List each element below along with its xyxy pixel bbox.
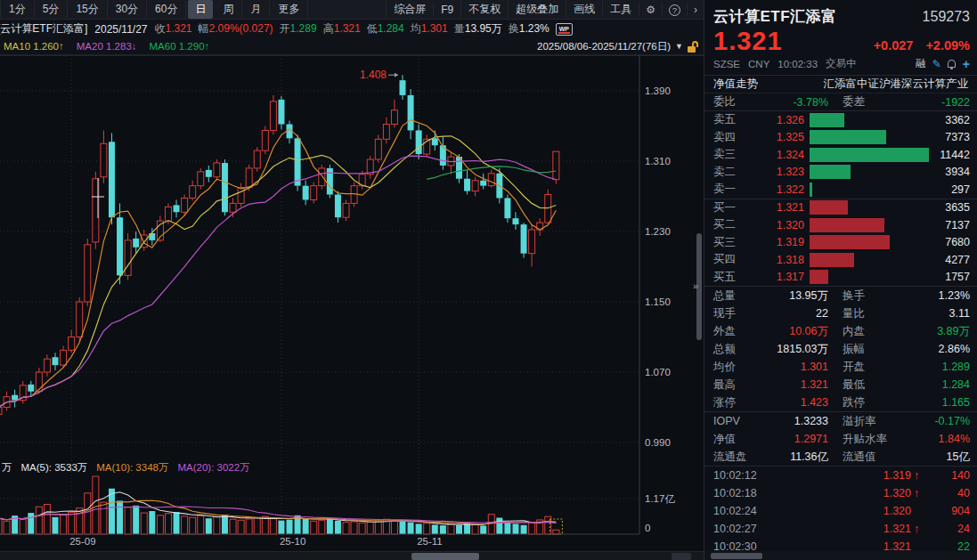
toolbar-action-综合屏[interactable]: 综合屏 <box>386 1 433 18</box>
toolbar-action-工具[interactable]: 工具 <box>602 1 639 18</box>
tab-nav-trend[interactable]: 净值走势 <box>713 77 758 92</box>
candlestick-chart[interactable]: 1.3901.3101.2301.1501.0700.9901.408 <box>0 55 704 460</box>
x-axis-label-25-09: 25-09 <box>69 536 95 547</box>
tick-time: 10:02:12 <box>713 469 772 482</box>
orderbook-volume-bar <box>810 235 890 249</box>
tab-period-60分[interactable]: 60分 <box>147 1 186 18</box>
quote-fields: 收1.321幅2.09%(0.027)开1.289高1.321低1.284均1.… <box>155 21 556 37</box>
orderbook-row-卖一[interactable]: 卖一1.322297 <box>704 181 977 199</box>
volume-bar-down <box>222 515 228 534</box>
margin-badge: 融 <box>916 57 926 70</box>
orderbook-price: 1.319 <box>749 236 804 248</box>
stat-row-涨停: 涨停1.423跌停1.165 <box>704 394 977 411</box>
more-chevron-icon[interactable]: › <box>687 3 704 17</box>
candle-up <box>214 163 220 177</box>
orderbook-row-买四[interactable]: 买四1.3184277 <box>704 251 977 269</box>
tab-period-日[interactable]: 日 <box>188 0 213 19</box>
price-change-pct: +2.09% <box>925 38 970 53</box>
orderbook-bar-track <box>810 235 929 249</box>
stat-value: 3.89万 <box>898 324 970 339</box>
chart-scrollbar[interactable] <box>0 551 704 560</box>
toolbar-action-超级叠加[interactable]: 超级叠加 <box>508 1 566 18</box>
orderbook-row-买二[interactable]: 买二1.3207137 <box>704 216 977 234</box>
tick-list[interactable]: 10:02:121.319↑14010:02:181.320↑4010:02:2… <box>704 467 977 556</box>
orderbook-row-买三[interactable]: 买三1.3197680 <box>704 234 977 252</box>
toolbar-action-不复权[interactable]: 不复权 <box>460 1 508 18</box>
date-range[interactable]: 2025/08/06-2025/11/27(76日) <box>537 40 671 53</box>
tab-period-周[interactable]: 周 <box>215 1 242 18</box>
volume-bar-up <box>424 523 430 534</box>
tick-volume: 40 <box>924 487 970 499</box>
candle-down <box>52 357 58 365</box>
panel-scrollbar-thumb[interactable] <box>711 553 762 559</box>
fund-full-name[interactable]: 汇添富中证沪港深云计算产业 <box>824 77 969 92</box>
candle-down <box>117 217 123 275</box>
volume-bar-down <box>278 521 284 534</box>
volume-bar-up <box>141 513 147 534</box>
y-axis-tick: 1.070 <box>645 367 671 377</box>
orderbook-row-卖二[interactable]: 卖二1.3233934 <box>704 164 977 182</box>
volume-bar-up <box>472 524 478 534</box>
stat-value: 13.95万 <box>756 288 828 304</box>
candle-down <box>278 100 284 125</box>
orderbook-volume: 7137 <box>929 219 970 231</box>
tab-period-15分[interactable]: 15分 <box>68 1 107 18</box>
orderbook-price: 1.317 <box>749 271 804 283</box>
scrollbar-button[interactable] <box>672 553 691 560</box>
orderbook-row-卖四[interactable]: 卖四1.3257373 <box>704 129 977 147</box>
orderbook-volume: 297 <box>929 183 970 196</box>
iopv-row-净值: 净值1.2971升贴水率1.84% <box>704 430 977 448</box>
tab-period-更多[interactable]: 更多 <box>270 1 308 18</box>
orderbook-volume-bar <box>810 183 812 197</box>
add-watchlist-icon[interactable]: + <box>963 57 970 71</box>
tab-period-1分[interactable]: 1分 <box>0 1 35 18</box>
stat-row-现手: 现手22量比3.11 <box>704 304 977 322</box>
candle-down <box>303 186 309 200</box>
orderbook-price: 1.320 <box>749 219 804 231</box>
orderbook-row-卖三[interactable]: 卖三1.32411442 <box>704 146 977 164</box>
stock-code: 159273 <box>923 9 970 25</box>
orderbook-level-label: 卖一 <box>713 182 749 197</box>
field-key: 幅 <box>199 22 209 35</box>
orderbook-bar-track <box>810 113 929 127</box>
orderbook-row-卖五[interactable]: 卖五1.3263362 <box>704 111 977 129</box>
alert-bell-icon[interactable] <box>948 60 956 68</box>
volume-bar-up <box>198 515 204 534</box>
chevron-down-icon[interactable]: ▼ <box>675 42 683 51</box>
candle-up <box>101 143 107 177</box>
orderbook-bar-track <box>810 183 929 197</box>
candle-up <box>270 101 276 131</box>
quote-field-均: 均1.301 <box>411 22 448 35</box>
iopv-grid: IOPV1.3233溢折率-0.17%净值1.2971升贴水率1.84%流通盘1… <box>704 412 977 467</box>
toolbar-action-F9[interactable]: F9 <box>433 3 460 17</box>
volume-bar-down <box>496 518 502 534</box>
help-icon[interactable]: ? <box>662 3 687 17</box>
settings-gear-icon[interactable]: ⚙ <box>639 3 662 17</box>
candle-down <box>133 239 139 248</box>
field-key: 均 <box>411 22 421 35</box>
stat-value: 1.284 <box>898 378 970 391</box>
field-key: 量 <box>454 22 465 35</box>
panel-scrollbar[interactable] <box>704 551 977 560</box>
unlock-icon[interactable] <box>688 41 698 53</box>
volume-axis-zero: 0 <box>645 523 650 533</box>
tab-period-30分[interactable]: 30分 <box>108 1 147 18</box>
wp-monitor-icon[interactable]: WP <box>556 23 573 36</box>
candle-down <box>222 163 228 212</box>
panel-collapse-icon[interactable]: » <box>693 280 698 291</box>
chart-scrollbar-thumb[interactable] <box>411 553 479 560</box>
volume-bar-up <box>69 512 75 534</box>
tick-row: 10:02:121.319↑140 <box>704 467 977 484</box>
tab-period-月[interactable]: 月 <box>242 1 270 18</box>
candle-up <box>182 198 188 212</box>
orderbook-row-买一[interactable]: 买一1.3213635 <box>704 199 977 217</box>
volume-bar-up <box>0 518 2 534</box>
orderbook-row-买五[interactable]: 买五1.3171757 <box>704 269 977 287</box>
edit-icon[interactable]: ✎ <box>932 58 941 70</box>
toolbar-action-画线[interactable]: 画线 <box>566 1 602 18</box>
stat-label: 溢折率 <box>843 414 898 429</box>
stat-value: 15亿 <box>898 450 970 465</box>
tab-period-5分[interactable]: 5分 <box>35 1 69 18</box>
orderbook-volume: 3934 <box>929 166 970 178</box>
orderbook-bar-track <box>810 270 929 284</box>
